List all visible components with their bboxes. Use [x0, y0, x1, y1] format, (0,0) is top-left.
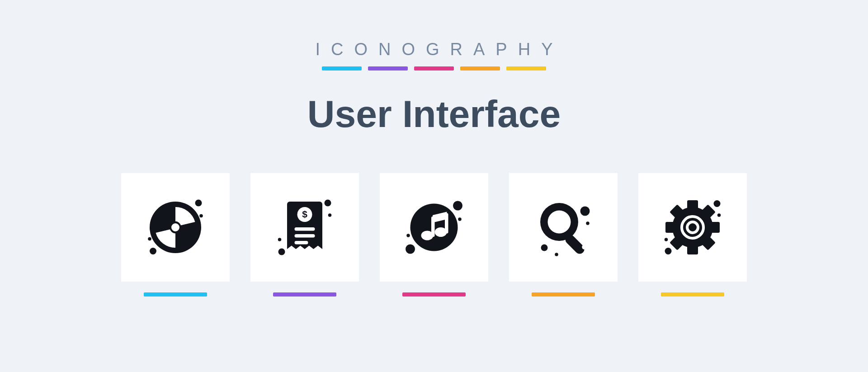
- svg-point-13: [453, 201, 462, 211]
- icon-card-disc: [121, 173, 230, 297]
- accent-stripe-yellow: [506, 66, 546, 71]
- svg-text:$: $: [302, 209, 307, 219]
- svg-rect-41: [665, 222, 676, 233]
- accent-stripe-pink: [414, 66, 454, 71]
- underline-yellow: [661, 292, 724, 297]
- svg-point-32: [717, 213, 721, 217]
- gear-icon: [638, 173, 747, 282]
- underline-blue: [144, 292, 207, 297]
- svg-rect-9: [295, 227, 315, 231]
- svg-point-30: [714, 200, 721, 207]
- accent-stripe-orange: [460, 66, 500, 71]
- svg-point-2: [199, 214, 203, 218]
- accent-stripe-purple: [368, 66, 408, 71]
- music-icon: [380, 173, 488, 282]
- disc-icon: [121, 173, 230, 282]
- icon-card-music: [380, 173, 488, 297]
- page-title: User Interface: [0, 92, 868, 136]
- icon-card-gear: [638, 173, 747, 297]
- icon-card-search: [509, 173, 618, 297]
- svg-point-7: [278, 238, 282, 241]
- svg-point-31: [665, 248, 672, 254]
- svg-rect-39: [687, 244, 698, 254]
- svg-rect-11: [295, 241, 308, 245]
- svg-point-28: [548, 211, 571, 234]
- receipt-icon: $: [250, 173, 359, 282]
- icon-card-receipt: $: [250, 173, 359, 297]
- svg-point-5: [278, 249, 285, 255]
- svg-point-29: [582, 245, 587, 250]
- svg-point-24: [586, 221, 590, 225]
- svg-rect-35: [687, 200, 698, 211]
- svg-point-16: [406, 234, 410, 237]
- svg-point-3: [148, 237, 151, 241]
- svg-point-6: [328, 213, 332, 217]
- underline-orange: [532, 292, 595, 297]
- svg-point-0: [195, 200, 202, 207]
- svg-point-22: [580, 207, 590, 216]
- accent-stripe-blue: [322, 66, 362, 71]
- accent-stripe-row: [0, 66, 868, 71]
- header: ICONOGRAPHY User Interface: [0, 0, 868, 136]
- svg-point-33: [665, 238, 668, 241]
- overline-text: ICONOGRAPHY: [11, 40, 868, 59]
- svg-rect-37: [709, 222, 720, 233]
- svg-point-14: [406, 245, 415, 254]
- svg-point-23: [541, 245, 548, 251]
- search-icon: [509, 173, 618, 282]
- svg-point-1: [150, 248, 156, 254]
- underline-pink: [402, 292, 466, 297]
- svg-point-15: [458, 217, 462, 221]
- icon-row: $: [0, 173, 868, 297]
- svg-rect-27: [563, 233, 586, 256]
- svg-point-25: [555, 253, 558, 256]
- svg-point-4: [325, 200, 331, 207]
- svg-rect-10: [295, 234, 315, 238]
- underline-purple: [273, 292, 336, 297]
